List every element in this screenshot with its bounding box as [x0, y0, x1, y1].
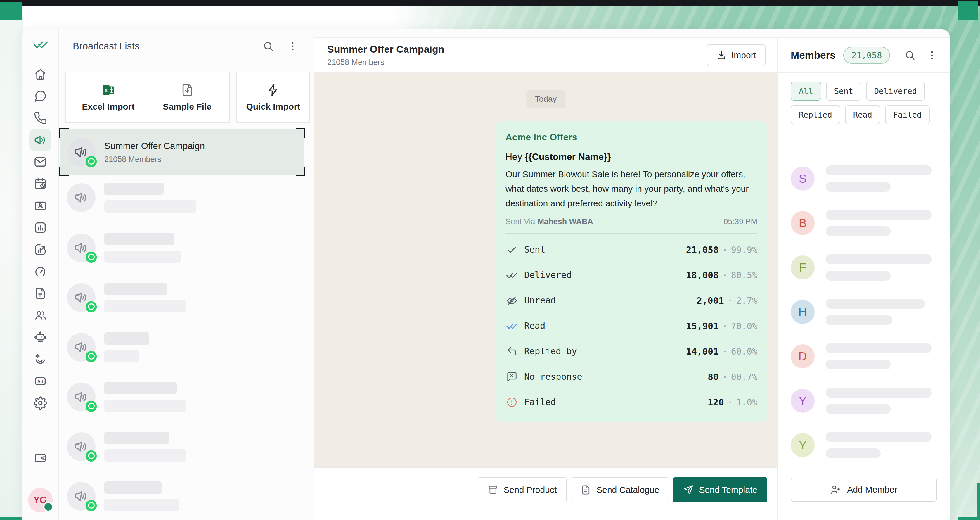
- broadcast-list-item-skeleton[interactable]: [60, 425, 304, 469]
- quick-import-card: Quick Import: [236, 72, 310, 123]
- sidebar-item-contacts[interactable]: [29, 195, 51, 217]
- member-row[interactable]: B: [778, 201, 950, 245]
- skeleton-line: [826, 166, 932, 175]
- skeleton-line: [104, 300, 186, 313]
- chat-subtitle: 21058 Members: [327, 58, 444, 67]
- calendar-clock-icon: [33, 177, 47, 191]
- filter-chip-delivered[interactable]: Delivered: [866, 81, 925, 100]
- send-template-button[interactable]: Send Template: [673, 477, 767, 502]
- broadcast-list-item-selected[interactable]: Summer Offer Campaign 21058 Members: [60, 129, 304, 175]
- broadcast-list-item-skeleton[interactable]: [60, 226, 304, 270]
- member-avatar: S: [791, 167, 815, 191]
- filter-chip-replied[interactable]: Replied: [791, 105, 840, 124]
- message-time: 05:39 PM: [724, 217, 757, 226]
- alert-circle-icon: [506, 397, 517, 408]
- corner-accent-bottom-right-h: [958, 517, 980, 520]
- skeleton-line: [104, 233, 175, 245]
- member-filters: All Sent Delivered Replied Read Failed: [778, 73, 940, 124]
- member-avatar: B: [791, 211, 815, 235]
- skeleton-line: [826, 343, 932, 353]
- sidebar-item-calls[interactable]: [29, 107, 51, 129]
- member-row[interactable]: H: [778, 290, 950, 334]
- search-icon[interactable]: [904, 49, 916, 61]
- sidebar-item-wallet[interactable]: [29, 447, 51, 469]
- kebab-menu-icon[interactable]: [926, 49, 938, 61]
- stat-row-sent: Sent 21,058·99.9%: [506, 237, 757, 262]
- skeleton-line: [104, 250, 181, 263]
- sidebar-item-ads[interactable]: [29, 370, 51, 392]
- member-row[interactable]: F: [778, 245, 950, 290]
- broadcast-list-item-skeleton[interactable]: [60, 474, 304, 518]
- sidebar-item-analytics[interactable]: [29, 217, 51, 239]
- member-row[interactable]: S: [778, 156, 950, 201]
- sidebar-item-broadcast[interactable]: [29, 129, 51, 151]
- filter-chip-read[interactable]: Read: [845, 105, 880, 124]
- broadcast-list-item-skeleton[interactable]: [60, 276, 304, 319]
- sidebar-item-chats[interactable]: [29, 85, 51, 107]
- filter-chip-all[interactable]: All: [791, 81, 821, 100]
- import-button[interactable]: Import: [707, 44, 765, 66]
- whatsapp-badge-icon: [85, 499, 97, 512]
- skeleton-line: [826, 254, 932, 264]
- broadcast-list-item-skeleton[interactable]: [60, 325, 304, 369]
- search-icon[interactable]: [262, 40, 274, 52]
- chat-bubble-icon: [33, 89, 47, 103]
- skeleton-line: [104, 200, 196, 212]
- chart-export-icon: [33, 243, 47, 256]
- sidebar-item-mail[interactable]: [29, 151, 51, 173]
- whatsapp-badge-icon: [85, 351, 97, 363]
- filter-chip-sent[interactable]: Sent: [826, 81, 861, 100]
- stat-row-no-response: No response 80·00.7%: [506, 364, 757, 389]
- excel-import-button[interactable]: Excel Import: [69, 83, 148, 112]
- whatsapp-badge-icon: [85, 450, 97, 462]
- sidebar-item-ai-assistant[interactable]: [29, 348, 51, 370]
- stat-row-unread: Unread 2,001·2.7%: [506, 288, 757, 313]
- lightning-icon: [266, 83, 280, 97]
- sidebar-item-settings[interactable]: [29, 392, 51, 414]
- member-row[interactable]: Y: [778, 423, 950, 467]
- skeleton-line: [826, 315, 892, 325]
- delivery-stats: Sent 21,058·99.9% Delivered 18,008·80.5%…: [506, 233, 757, 415]
- sidebar-rail: YG: [22, 29, 59, 520]
- user-avatar[interactable]: YG: [28, 488, 52, 512]
- skeleton-line: [826, 226, 891, 236]
- add-member-label: Add Member: [847, 485, 897, 494]
- broadcast-list-item-skeleton[interactable]: [60, 375, 304, 419]
- sidebar-item-reports[interactable]: [29, 239, 51, 260]
- sidebar-item-documents[interactable]: [29, 282, 51, 304]
- whatsapp-badge-icon: [85, 400, 97, 412]
- user-plus-icon: [830, 484, 841, 495]
- bar-chart-icon: [33, 221, 47, 234]
- send-icon: [683, 485, 694, 495]
- excel-import-label: Excel Import: [82, 102, 134, 112]
- quick-import-label: Quick Import: [246, 102, 300, 112]
- sidebar-item-chatbot[interactable]: [29, 326, 51, 348]
- skeleton-line: [826, 182, 891, 192]
- sidebar-item-schedule[interactable]: [29, 173, 51, 195]
- filter-chip-failed[interactable]: Failed: [885, 105, 930, 124]
- skeleton-line: [104, 432, 169, 444]
- sidebar-item-home[interactable]: [29, 63, 51, 85]
- selection-corner: [296, 128, 305, 138]
- broadcast-list-item-skeleton[interactable]: [60, 175, 304, 220]
- selection-corner: [59, 167, 68, 176]
- whatsapp-badge-icon: [85, 155, 97, 168]
- member-row[interactable]: D: [778, 334, 950, 378]
- selection-corner: [296, 167, 305, 176]
- sample-file-button[interactable]: Sample File: [148, 83, 226, 112]
- kebab-menu-icon[interactable]: [287, 40, 299, 52]
- member-row[interactable]: Y: [778, 378, 950, 423]
- gauge-icon: [33, 265, 47, 278]
- quick-import-button[interactable]: Quick Import: [237, 83, 309, 112]
- download-icon: [716, 50, 727, 61]
- sidebar-item-team[interactable]: [29, 304, 51, 326]
- members-title: Members: [791, 49, 836, 61]
- send-product-button[interactable]: Send Product: [478, 477, 566, 502]
- add-member-button[interactable]: Add Member: [791, 478, 937, 502]
- sidebar-item-performance[interactable]: [29, 260, 51, 282]
- corner-accent-top-right: [958, 1, 978, 21]
- skeleton-line: [104, 382, 177, 394]
- send-catalogue-button[interactable]: Send Catalogue: [571, 477, 669, 502]
- campaign-subtitle: 21058 Members: [104, 155, 205, 164]
- member-avatar: Y: [791, 433, 815, 457]
